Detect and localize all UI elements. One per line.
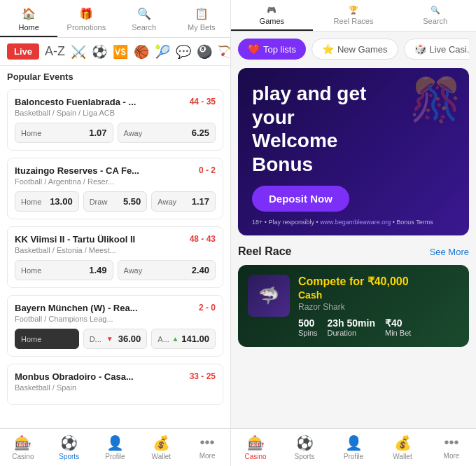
arrow-up-icon: ▲: [172, 335, 179, 343]
event-odds-1: Home 1.07 Away 6.25: [15, 123, 216, 143]
reel-game-name: Razor Shark: [298, 302, 459, 312]
billiards-filter[interactable]: 🎱: [197, 44, 212, 60]
right-nav-reelraces[interactable]: 🏆 Reel Races: [313, 0, 395, 31]
event-odds-4: Home D... ▼ 36.00 A... ▲ 141.00: [15, 329, 216, 349]
reel-race-title: Reel Race: [238, 245, 292, 258]
darts-filter[interactable]: 🏹: [218, 44, 230, 60]
dice-icon: 🎲: [414, 43, 426, 55]
casino-icon: 🎰: [14, 434, 31, 451]
right-nav-profile[interactable]: 👤 Profile: [329, 432, 378, 463]
tennis-filter[interactable]: 🎾: [155, 44, 170, 60]
reel-race-header: Reel Race See More: [238, 245, 469, 258]
mybets-icon: 📋: [194, 6, 209, 21]
live-button[interactable]: Live: [7, 43, 39, 60]
reel-stats: 500 Spins 23h 50min Duration ₹40 Min Bet: [298, 317, 459, 337]
odd-home-4[interactable]: Home: [15, 329, 79, 349]
event-name-2: Ituzaingo Reserves - CA Fe...: [15, 165, 155, 176]
nav-mybets[interactable]: 📋 My Bets: [173, 0, 230, 37]
nav-promotions[interactable]: 🎁 Promotions: [57, 0, 115, 37]
right-nav-header: 🎮 Games 🏆 Reel Races 🔍 Search: [231, 0, 476, 32]
left-nav-casino[interactable]: 🎰 Casino: [0, 432, 46, 463]
event-name-4: Bayern München (W) - Rea...: [15, 303, 155, 313]
event-card-2: Ituzaingo Reserves - CA Fe... 0 - 2 Foot…: [7, 158, 223, 219]
gambleaware-link[interactable]: www.begambleaware.org: [320, 219, 391, 226]
versus-filter[interactable]: 🆚: [113, 44, 128, 60]
right-bottom-nav: 🎰 Casino ⚽ Sports 👤 Profile 💰 Wallet •••…: [231, 428, 476, 466]
left-nav-more[interactable]: ••• More: [184, 432, 230, 463]
event-card-5: Monbus Obradoiro - Casa... 33 - 25 Baske…: [7, 364, 223, 405]
odd-draw-4[interactable]: D... ▼ 36.00: [83, 329, 148, 349]
event-meta-2: Football / Argentina / Reser...: [15, 177, 216, 186]
event-score-5: 33 - 25: [190, 371, 216, 381]
right-nav-more[interactable]: ••• More: [427, 432, 476, 463]
right-casino-icon: 🎰: [247, 434, 265, 451]
nav-home[interactable]: 🏠 Home: [0, 0, 57, 37]
basketball-filter[interactable]: 🏀: [134, 44, 149, 60]
right-content: ❤️ Top lists ⭐ New Games 🎲 Live Casi... …: [231, 32, 476, 428]
right-wallet-icon: 💰: [394, 434, 412, 451]
section-title: Popular Events: [7, 71, 223, 82]
left-nav-sports[interactable]: ⚽ Sports: [46, 432, 92, 463]
game-thumbnail: 🦈: [248, 275, 290, 317]
chat-filter[interactable]: 💬: [176, 44, 191, 60]
reel-min-bet: ₹40 Min Bet: [385, 317, 411, 337]
right-search-icon: 🔍: [430, 6, 440, 15]
wallet-icon: 💰: [153, 434, 170, 451]
right-nav-casino[interactable]: 🎰 Casino: [231, 432, 280, 463]
event-meta-1: Basketball / Spain / Liga ACB: [15, 109, 216, 117]
event-meta-4: Football / Champions Leag...: [15, 315, 216, 323]
home-icon: 🏠: [21, 6, 36, 21]
reel-prize: Compete for ₹40,000: [298, 275, 459, 288]
reel-race-info: Compete for ₹40,000 Cash Razor Shark 500…: [298, 275, 459, 337]
reel-prize-sub: Cash: [298, 289, 459, 301]
games-icon: 🎮: [267, 6, 276, 15]
odd-away-1[interactable]: Away 6.25: [118, 123, 216, 143]
left-nav-profile[interactable]: 👤 Profile: [92, 432, 139, 463]
welcome-banner: 🎊 play and get your Welcome Bonus Deposi…: [238, 68, 469, 235]
cross-filter[interactable]: ⚔️: [71, 44, 86, 60]
right-nav-wallet[interactable]: 💰 Wallet: [378, 432, 427, 463]
tab-livecasino[interactable]: 🎲 Live Casi...: [404, 39, 470, 60]
event-name-1: Baloncesto Fuenlabrada - ...: [15, 97, 155, 107]
event-score-1: 44 - 35: [190, 97, 216, 107]
right-profile-icon: 👤: [345, 434, 363, 451]
banner-title: play and get your Welcome Bonus: [252, 82, 455, 176]
az-filter[interactable]: A-Z: [45, 44, 65, 59]
right-nav-sports[interactable]: ⚽ Sports: [280, 432, 329, 463]
right-sports-icon: ⚽: [296, 434, 314, 451]
left-nav-wallet[interactable]: 💰 Wallet: [138, 432, 184, 463]
heart-icon: ❤️: [248, 43, 260, 55]
odd-home-3[interactable]: Home 1.49: [15, 260, 113, 280]
search-icon: 🔍: [136, 6, 152, 21]
left-bottom-nav: 🎰 Casino ⚽ Sports 👤 Profile 💰 Wallet •••…: [0, 428, 230, 466]
odd-away-3[interactable]: Away 2.40: [118, 260, 216, 280]
right-nav-search[interactable]: 🔍 Search: [394, 0, 476, 31]
profile-icon: 👤: [106, 434, 124, 451]
banner-legal: 18+ • Play responsibly • www.begambleawa…: [252, 219, 455, 226]
reel-spins: 500 Spins: [298, 317, 318, 337]
odd-away-4[interactable]: A... ▲ 141.00: [151, 329, 216, 349]
see-more-link[interactable]: See More: [430, 247, 469, 257]
odd-home-1[interactable]: Home 1.07: [15, 123, 113, 143]
football-filter[interactable]: ⚽: [92, 44, 107, 60]
right-nav-games[interactable]: 🎮 Games: [231, 0, 313, 31]
event-score-3: 48 - 43: [190, 234, 216, 244]
nav-search[interactable]: 🔍 Search: [115, 0, 173, 37]
more-icon: •••: [200, 434, 215, 451]
odd-home-2[interactable]: Home 13.00: [15, 191, 79, 212]
tabs-bar: ❤️ Top lists ⭐ New Games 🎲 Live Casi...: [238, 39, 469, 60]
filter-bar: Live A-Z ⚔️ ⚽ 🆚 🏀 🎾 💬 🎱 🏹: [0, 38, 230, 66]
event-name-5: Monbus Obradoiro - Casa...: [15, 371, 155, 382]
reelraces-icon: 🏆: [349, 6, 358, 15]
event-card-3: KK Viimsi II - Tartu Ülikool II 48 - 43 …: [7, 226, 223, 288]
deposit-now-button[interactable]: Deposit Now: [252, 186, 349, 212]
odd-away-2[interactable]: Away 1.17: [151, 191, 216, 212]
event-odds-3: Home 1.49 Away 2.40: [15, 260, 216, 280]
tab-toplists[interactable]: ❤️ Top lists: [238, 39, 306, 60]
right-panel: 🎮 Games 🏆 Reel Races 🔍 Search ❤️ Top lis…: [231, 0, 476, 466]
event-score-4: 2 - 0: [199, 303, 216, 313]
event-score-2: 0 - 2: [199, 165, 216, 175]
event-meta-3: Basketball / Estonia / Meest...: [15, 246, 216, 254]
tab-newgames[interactable]: ⭐ New Games: [312, 39, 398, 60]
odd-draw-2[interactable]: Draw 5.50: [83, 191, 148, 212]
